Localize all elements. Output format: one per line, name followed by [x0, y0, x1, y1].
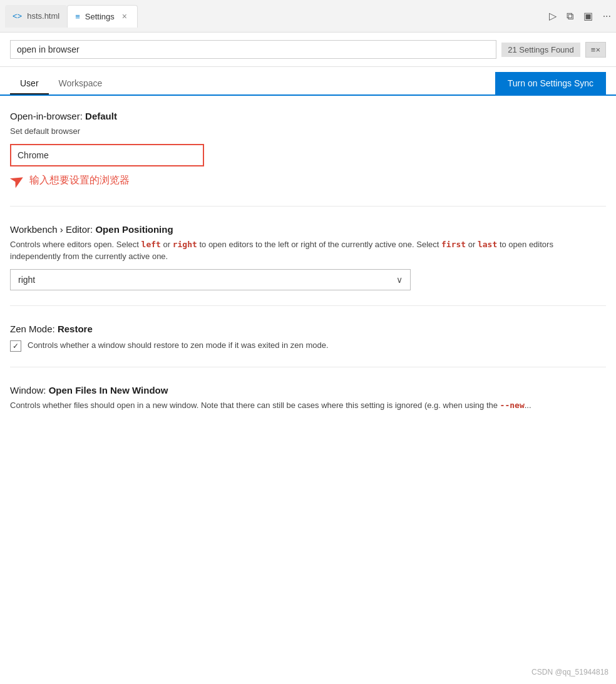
zenmode-title-bold: Restore [58, 324, 93, 334]
browser-default-title-bold: Default [85, 111, 117, 121]
red-arrow-icon: ➤ [6, 168, 28, 193]
open-new-window-section: Window: Open Files In New Window Control… [10, 385, 606, 433]
browser-default-title-prefix: Open-in-browser: [10, 111, 85, 121]
open-positioning-desc: Controls where editors open. Select left… [10, 238, 606, 263]
open-positioning-title: Workbench › Editor: Open Positioning [10, 224, 606, 235]
open-new-window-title: Window: Open Files In New Window [10, 385, 606, 396]
split-icon[interactable]: ⧉ [567, 11, 573, 22]
tab-hsts[interactable]: <> hsts.html [5, 5, 67, 28]
tab-workspace-label: Workspace [59, 78, 103, 88]
tab-user-label: User [20, 78, 39, 88]
open-positioning-section: Workbench › Editor: Open Positioning Con… [10, 224, 606, 306]
titlebar-actions: ▷ ⧉ ▣ ··· [549, 10, 611, 22]
watermark: CSDN @qq_51944818 [531, 668, 608, 676]
keyword-last: last [478, 240, 497, 249]
search-bar: 21 Settings Found ≡× [0, 33, 616, 67]
layout-icon[interactable]: ▣ [583, 10, 593, 22]
settings-content: Open-in-browser: Default Set default bro… [0, 96, 616, 465]
tab-user[interactable]: User [10, 73, 49, 94]
open-positioning-title-bold: Open Positioning [95, 224, 173, 235]
positioning-dropdown-value: right [18, 275, 35, 285]
titlebar: <> hsts.html ≡ Settings × ▷ ⧉ ▣ ··· [0, 0, 616, 33]
chevron-down-icon: ∨ [396, 275, 403, 285]
settings-tab-icon: ≡ [75, 12, 80, 21]
zenmode-restore-section: Zen Mode: Restore ✓ Controls whether a w… [10, 324, 606, 367]
browser-default-section: Open-in-browser: Default Set default bro… [10, 111, 606, 207]
browser-default-desc: Set default browser [10, 125, 606, 138]
search-results-badge: 21 Settings Found [501, 43, 580, 57]
open-new-window-desc: Controls whether files should open in a … [10, 399, 606, 412]
annotation-text: 输入想要设置的浏览器 [29, 174, 130, 187]
tab-settings[interactable]: ≡ Settings × [67, 5, 138, 28]
tab-settings-label: Settings [85, 12, 115, 21]
window-desc-suffix: ... [525, 401, 531, 410]
zenmode-restore-title: Zen Mode: Restore [10, 324, 606, 334]
keyword-new: --new [500, 401, 525, 410]
window-title-prefix: Window: [10, 385, 49, 396]
zenmode-checkbox-row: ✓ Controls whether a window should resto… [10, 339, 606, 352]
more-icon[interactable]: ··· [603, 11, 611, 22]
html-icon: <> [13, 11, 22, 21]
window-desc-text: Controls whether files should open in a … [10, 401, 500, 410]
keyword-first: first [441, 240, 466, 249]
search-input[interactable] [10, 40, 496, 59]
browser-default-title: Open-in-browser: Default [10, 111, 606, 121]
settings-tabs-row: User Workspace Turn on Settings Sync [0, 67, 616, 96]
positioning-dropdown[interactable]: right ∨ [10, 269, 411, 290]
browser-input[interactable] [10, 144, 204, 166]
sync-button[interactable]: Turn on Settings Sync [495, 72, 606, 94]
tab-workspace[interactable]: Workspace [49, 73, 113, 93]
tab-hsts-label: hsts.html [27, 11, 59, 21]
run-icon[interactable]: ▷ [549, 10, 557, 22]
browser-input-wrapper [10, 144, 204, 166]
zenmode-checkbox[interactable]: ✓ [10, 340, 21, 352]
checkmark-icon: ✓ [13, 342, 19, 350]
search-clear-button[interactable]: ≡× [585, 42, 606, 58]
arrow-annotation: ➤ 输入想要设置的浏览器 [10, 170, 606, 191]
open-positioning-title-prefix: Workbench › Editor: [10, 224, 95, 235]
keyword-left: left [141, 240, 161, 249]
tab-settings-close[interactable]: × [120, 10, 130, 23]
zenmode-desc: Controls whether a window should restore… [28, 339, 329, 352]
window-title-bold: Open Files In New Window [49, 385, 168, 396]
zenmode-title-prefix: Zen Mode: [10, 324, 58, 334]
keyword-right: right [173, 240, 197, 249]
